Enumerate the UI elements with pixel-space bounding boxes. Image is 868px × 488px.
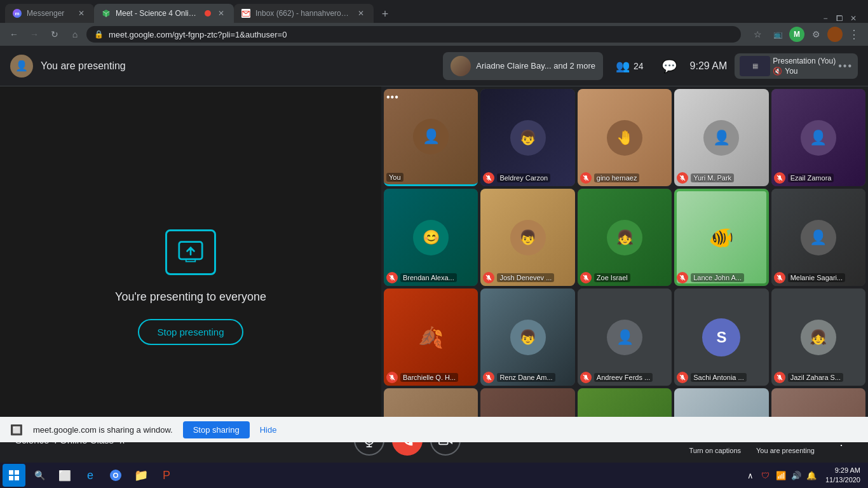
edge-icon[interactable]: e [79, 466, 102, 485]
you-tile-dots[interactable]: ••• [386, 92, 399, 103]
powerpoint-icon[interactable]: P [155, 466, 178, 485]
tab-meet[interactable]: Meet - Science 4 Online Cla... ✕ [94, 4, 234, 23]
zoe-name-text: Zoe Israel [594, 273, 630, 282]
chat-button[interactable]: 💬 [656, 53, 682, 79]
messenger-favicon: m [13, 9, 22, 18]
bookmarks-icon[interactable]: ☆ [749, 25, 766, 43]
presentation-label: Presentation (You) [773, 57, 836, 65]
muted-badge-yuri [677, 172, 688, 184]
participant-tile-yuri[interactable]: 👤 Yuri M. Park [674, 89, 768, 186]
start-button[interactable] [3, 464, 25, 487]
participant-tile-you[interactable]: ••• 👤 You [384, 89, 478, 186]
taskbar: 🔍 ⬜ e 📁 P ∧ 🛡 📶 🔊 🔔 9:29 AM 11/13/2020 [0, 463, 868, 488]
address-bar-row: ← → ↻ ⌂ 🔒 meet.google.com/gyt-fgnp-ztc?p… [0, 23, 868, 46]
active-speaker-name: Ariadne Claire Bay... and 2 more [476, 61, 595, 71]
muted-badge-sachi [677, 372, 688, 383]
notification-icon: 🔔 [805, 469, 818, 482]
chrome-taskbar-icon [109, 469, 122, 482]
screen-cast-icon[interactable]: 📺 [769, 25, 787, 43]
stop-presenting-button[interactable]: Stop presenting [138, 319, 243, 345]
extensions-icon[interactable]: ⚙ [807, 25, 825, 43]
new-tab-button[interactable]: + [376, 5, 394, 23]
network-icon: 📶 [775, 469, 787, 482]
josh-name-text: Josh Denevev ... [497, 273, 554, 282]
hide-link[interactable]: Hide [260, 425, 277, 435]
muted-badge-gino [580, 172, 592, 184]
participant-tile-brendan[interactable]: 😊 Brendan Alexa... [384, 189, 478, 286]
minimize-button[interactable]: − [821, 14, 830, 23]
participant-tile-barchielle[interactable]: 🍂 Barchielle Q. H... [384, 288, 478, 386]
beldrey-name-text: Beldrey Carzon [497, 173, 550, 182]
lock-icon: 🔒 [94, 30, 104, 39]
more-dots-icon[interactable]: ••• [838, 60, 853, 72]
muted-badge-beldrey [483, 172, 494, 184]
tab-close-messenger[interactable]: ✕ [76, 8, 86, 18]
user-avatar: 👤 [10, 55, 33, 78]
presenting-subtitle: You're presenting to everyone [115, 290, 266, 304]
people-icon: 👥 [616, 59, 630, 73]
chevron-icon[interactable]: ∧ [744, 469, 757, 482]
close-button[interactable]: ✕ [849, 14, 858, 23]
screen-share-icon [178, 240, 203, 265]
josh-name-bar: Josh Denevev ... [483, 272, 572, 283]
brendan-name-bar: Brendan Alexa... [386, 272, 475, 283]
participant-tile-gino[interactable]: 🤚 gino hernaez [578, 89, 672, 186]
sachi-name-bar: Sachi Antonia ... [677, 372, 766, 383]
participant-tile-beldrey[interactable]: 👦 Beldrey Carzon [480, 89, 574, 186]
search-button[interactable]: 🔍 [28, 464, 51, 487]
reload-button[interactable]: ↻ [46, 25, 64, 43]
task-view-button[interactable]: ⬜ [53, 464, 76, 487]
participant-tile-andreev[interactable]: 👤 Andreev Ferds ... [578, 288, 672, 386]
participant-tile-ezail[interactable]: 👤 Ezail Zamora [771, 89, 865, 186]
participant-tile-renz[interactable]: 👦 Renz Dane Am... [480, 288, 574, 386]
participant-tile-jazil[interactable]: 👧 Jazil Zahara S... [771, 288, 865, 386]
chrome-icon[interactable] [104, 466, 127, 485]
participant-tile-lance[interactable]: 🐠 Lance John A... [674, 189, 768, 286]
forward-button[interactable]: → [25, 25, 43, 43]
jazil-name-bar: Jazil Zahara S... [774, 372, 863, 383]
presenting-box: You're presenting to everyone Stop prese… [115, 229, 266, 345]
andreev-name-bar: Andreev Ferds ... [580, 372, 669, 383]
back-button[interactable]: ← [5, 25, 23, 43]
renz-name-text: Renz Dane Am... [497, 373, 555, 382]
tab-close-meet[interactable]: ✕ [216, 8, 226, 18]
muted-badge-ezail [774, 172, 785, 184]
maximize-button[interactable]: ⧠ [835, 14, 844, 23]
tab-close-gmail[interactable]: ✕ [356, 8, 366, 18]
url-bar[interactable]: 🔒 meet.google.com/gyt-fgnp-ztc?pli=1&aut… [86, 26, 741, 43]
home-button[interactable]: ⌂ [66, 25, 84, 43]
sharing-icon: 🔲 [10, 424, 23, 436]
yuri-name-bar: Yuri M. Park [677, 172, 766, 184]
tab-gmail[interactable]: Inbox (662) - hannahveronicage... ✕ [234, 4, 374, 23]
grid-row-1: ••• 👤 You 👦 [384, 89, 865, 186]
active-speaker-chip[interactable]: Ariadne Claire Bay... and 2 more [443, 52, 603, 80]
volume-icon: 🔊 [790, 469, 803, 482]
muted-mic-icon-small: 🔇 [773, 67, 782, 76]
you-name-bar: You [386, 173, 475, 182]
participant-tile-zoe[interactable]: 👧 Zoe Israel [578, 189, 672, 286]
menu-icon[interactable]: ⋮ [845, 25, 863, 43]
participant-tile-josh[interactable]: 👦 Josh Denevev ... [480, 189, 574, 286]
svg-rect-9 [9, 476, 13, 480]
profile-avatar[interactable] [827, 27, 843, 42]
meet-topbar: 👤 You are presenting Ariadne Claire Bay.… [0, 46, 868, 86]
renz-name-bar: Renz Dane Am... [483, 372, 572, 383]
profile-icon-m[interactable]: M [789, 27, 804, 42]
people-count: 24 [634, 61, 644, 71]
presenting-action-label: You are presenting [756, 447, 815, 454]
participant-tile-melanie[interactable]: 👤 Melanie Sagari... [771, 189, 865, 286]
browser-top: m Messenger ✕ Meet - Science 4 Online Cl… [0, 0, 868, 46]
stop-sharing-button[interactable]: Stop sharing [183, 421, 250, 438]
melanie-name-bar: Melanie Sagari... [774, 272, 863, 283]
folder-icon[interactable]: 📁 [130, 466, 153, 485]
participant-tile-sachi[interactable]: S Sachi Antonia ... [674, 288, 768, 386]
tab-messenger[interactable]: m Messenger ✕ [5, 4, 94, 23]
muted-badge-brendan [386, 272, 398, 283]
lance-name-text: Lance John A... [691, 273, 744, 282]
zoe-name-bar: Zoe Israel [580, 272, 669, 283]
people-button[interactable]: 👥 24 [611, 54, 649, 78]
lance-name-bar: Lance John A... [677, 272, 766, 283]
clock-display: 9:29 AM 11/13/2020 [820, 466, 865, 485]
recording-indicator [205, 10, 211, 17]
tab-bar: m Messenger ✕ Meet - Science 4 Online Cl… [0, 0, 868, 23]
